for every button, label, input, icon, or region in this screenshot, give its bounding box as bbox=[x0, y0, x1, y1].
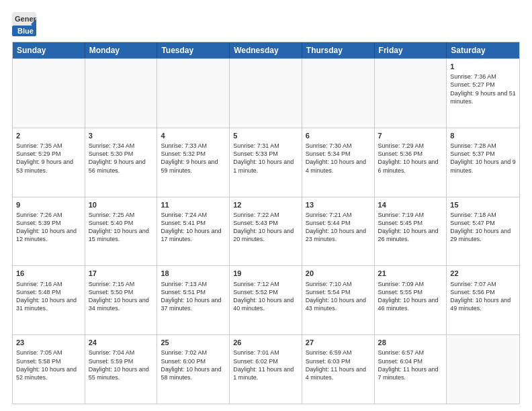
logo-icon: General Blue bbox=[12, 12, 36, 36]
calendar-cell: 3Sunrise: 7:34 AM Sunset: 5:30 PM Daylig… bbox=[85, 128, 158, 197]
day-number: 4 bbox=[161, 131, 226, 140]
calendar-cell: 23Sunrise: 7:05 AM Sunset: 5:58 PM Dayli… bbox=[13, 335, 85, 404]
day-info: Sunrise: 7:04 AM Sunset: 5:59 PM Dayligh… bbox=[89, 349, 154, 381]
calendar-cell: 18Sunrise: 7:13 AM Sunset: 5:51 PM Dayli… bbox=[157, 266, 230, 334]
day-number: 24 bbox=[89, 338, 154, 347]
day-info: Sunrise: 7:10 AM Sunset: 5:54 PM Dayligh… bbox=[306, 280, 371, 313]
calendar: SundayMondayTuesdayWednesdayThursdayFrid… bbox=[12, 42, 520, 404]
day-info: Sunrise: 7:13 AM Sunset: 5:51 PM Dayligh… bbox=[161, 280, 226, 313]
calendar-cell: 2Sunrise: 7:35 AM Sunset: 5:29 PM Daylig… bbox=[13, 128, 85, 197]
day-number: 20 bbox=[306, 269, 371, 278]
day-number: 3 bbox=[89, 131, 154, 140]
day-info: Sunrise: 7:01 AM Sunset: 6:02 PM Dayligh… bbox=[233, 349, 298, 381]
day-info: Sunrise: 7:35 AM Sunset: 5:29 PM Dayligh… bbox=[16, 142, 81, 175]
day-info: Sunrise: 7:15 AM Sunset: 5:50 PM Dayligh… bbox=[89, 280, 154, 313]
calendar-row: 9Sunrise: 7:26 AM Sunset: 5:39 PM Daylig… bbox=[13, 197, 519, 266]
day-info: Sunrise: 6:59 AM Sunset: 6:03 PM Dayligh… bbox=[306, 349, 371, 381]
calendar-cell: 1Sunrise: 7:36 AM Sunset: 5:27 PM Daylig… bbox=[447, 59, 519, 128]
day-number: 19 bbox=[233, 269, 298, 278]
day-info: Sunrise: 7:36 AM Sunset: 5:27 PM Dayligh… bbox=[450, 73, 516, 105]
calendar-cell bbox=[447, 335, 519, 404]
day-number: 10 bbox=[89, 200, 154, 210]
day-number: 22 bbox=[450, 269, 516, 278]
day-number: 5 bbox=[233, 131, 298, 140]
calendar-cell: 24Sunrise: 7:04 AM Sunset: 5:59 PM Dayli… bbox=[85, 335, 158, 404]
calendar-cell: 9Sunrise: 7:26 AM Sunset: 5:39 PM Daylig… bbox=[13, 197, 85, 266]
calendar-cell: 25Sunrise: 7:02 AM Sunset: 6:00 PM Dayli… bbox=[157, 335, 230, 404]
calendar-cell: 5Sunrise: 7:31 AM Sunset: 5:33 PM Daylig… bbox=[230, 128, 302, 197]
day-info: Sunrise: 7:12 AM Sunset: 5:52 PM Dayligh… bbox=[233, 280, 298, 313]
day-info: Sunrise: 7:29 AM Sunset: 5:36 PM Dayligh… bbox=[378, 142, 443, 175]
day-number: 27 bbox=[306, 338, 371, 347]
day-number: 16 bbox=[16, 269, 81, 278]
calendar-cell: 6Sunrise: 7:30 AM Sunset: 5:34 PM Daylig… bbox=[302, 128, 375, 197]
calendar-cell: 12Sunrise: 7:22 AM Sunset: 5:43 PM Dayli… bbox=[230, 197, 302, 266]
weekday-header: Sunday bbox=[13, 42, 85, 58]
calendar-cell: 14Sunrise: 7:19 AM Sunset: 5:45 PM Dayli… bbox=[375, 197, 447, 266]
day-info: Sunrise: 7:28 AM Sunset: 5:37 PM Dayligh… bbox=[450, 142, 516, 175]
day-number: 2 bbox=[16, 131, 81, 140]
day-number: 13 bbox=[306, 200, 371, 210]
calendar-row: 1Sunrise: 7:36 AM Sunset: 5:27 PM Daylig… bbox=[13, 58, 519, 128]
calendar-cell bbox=[375, 59, 447, 128]
page: General Blue SundayMondayTuesdayWednesda… bbox=[0, 0, 532, 411]
weekday-header: Thursday bbox=[302, 42, 375, 58]
weekday-header: Tuesday bbox=[157, 42, 230, 58]
calendar-cell: 15Sunrise: 7:18 AM Sunset: 5:47 PM Dayli… bbox=[447, 197, 519, 266]
svg-text:General: General bbox=[15, 15, 36, 23]
day-info: Sunrise: 7:24 AM Sunset: 5:41 PM Dayligh… bbox=[161, 211, 226, 244]
day-number: 11 bbox=[161, 200, 226, 210]
day-info: Sunrise: 7:30 AM Sunset: 5:34 PM Dayligh… bbox=[306, 142, 371, 175]
day-info: Sunrise: 7:07 AM Sunset: 5:56 PM Dayligh… bbox=[450, 280, 516, 313]
day-number: 26 bbox=[233, 338, 298, 347]
calendar-row: 2Sunrise: 7:35 AM Sunset: 5:29 PM Daylig… bbox=[13, 128, 519, 197]
calendar-cell: 27Sunrise: 6:59 AM Sunset: 6:03 PM Dayli… bbox=[302, 335, 375, 404]
calendar-cell bbox=[230, 59, 302, 128]
header: General Blue bbox=[12, 12, 520, 36]
day-info: Sunrise: 7:31 AM Sunset: 5:33 PM Dayligh… bbox=[233, 142, 298, 175]
day-number: 6 bbox=[306, 131, 371, 140]
calendar-cell: 8Sunrise: 7:28 AM Sunset: 5:37 PM Daylig… bbox=[447, 128, 519, 197]
day-number: 1 bbox=[450, 62, 516, 71]
calendar-cell: 20Sunrise: 7:10 AM Sunset: 5:54 PM Dayli… bbox=[302, 266, 375, 334]
day-info: Sunrise: 7:09 AM Sunset: 5:55 PM Dayligh… bbox=[378, 280, 443, 313]
day-info: Sunrise: 6:57 AM Sunset: 6:04 PM Dayligh… bbox=[378, 349, 443, 381]
calendar-cell: 11Sunrise: 7:24 AM Sunset: 5:41 PM Dayli… bbox=[157, 197, 230, 266]
day-info: Sunrise: 7:25 AM Sunset: 5:40 PM Dayligh… bbox=[89, 211, 154, 244]
day-number: 7 bbox=[378, 131, 443, 140]
day-info: Sunrise: 7:16 AM Sunset: 5:48 PM Dayligh… bbox=[16, 280, 81, 313]
weekday-header: Monday bbox=[85, 42, 158, 58]
day-info: Sunrise: 7:19 AM Sunset: 5:45 PM Dayligh… bbox=[378, 211, 443, 244]
calendar-cell: 26Sunrise: 7:01 AM Sunset: 6:02 PM Dayli… bbox=[230, 335, 302, 404]
day-number: 14 bbox=[378, 200, 443, 210]
day-info: Sunrise: 7:21 AM Sunset: 5:44 PM Dayligh… bbox=[306, 211, 371, 244]
calendar-cell bbox=[13, 59, 85, 128]
day-number: 15 bbox=[450, 200, 516, 210]
calendar-header: SundayMondayTuesdayWednesdayThursdayFrid… bbox=[13, 42, 519, 58]
day-info: Sunrise: 7:05 AM Sunset: 5:58 PM Dayligh… bbox=[16, 349, 81, 381]
weekday-header: Friday bbox=[375, 42, 447, 58]
calendar-cell: 19Sunrise: 7:12 AM Sunset: 5:52 PM Dayli… bbox=[230, 266, 302, 334]
calendar-cell: 22Sunrise: 7:07 AM Sunset: 5:56 PM Dayli… bbox=[447, 266, 519, 334]
day-info: Sunrise: 7:22 AM Sunset: 5:43 PM Dayligh… bbox=[233, 211, 298, 244]
day-info: Sunrise: 7:02 AM Sunset: 6:00 PM Dayligh… bbox=[161, 349, 226, 381]
day-number: 23 bbox=[16, 338, 81, 347]
weekday-header: Wednesday bbox=[230, 42, 302, 58]
day-info: Sunrise: 7:26 AM Sunset: 5:39 PM Dayligh… bbox=[16, 211, 81, 244]
calendar-cell: 21Sunrise: 7:09 AM Sunset: 5:55 PM Dayli… bbox=[375, 266, 447, 334]
calendar-cell bbox=[157, 59, 230, 128]
calendar-cell: 13Sunrise: 7:21 AM Sunset: 5:44 PM Dayli… bbox=[302, 197, 375, 266]
calendar-cell: 16Sunrise: 7:16 AM Sunset: 5:48 PM Dayli… bbox=[13, 266, 85, 334]
day-number: 28 bbox=[378, 338, 443, 347]
svg-text:Blue: Blue bbox=[17, 27, 34, 35]
day-number: 21 bbox=[378, 269, 443, 278]
day-number: 12 bbox=[233, 200, 298, 210]
calendar-cell: 7Sunrise: 7:29 AM Sunset: 5:36 PM Daylig… bbox=[375, 128, 447, 197]
calendar-cell: 10Sunrise: 7:25 AM Sunset: 5:40 PM Dayli… bbox=[85, 197, 158, 266]
calendar-row: 23Sunrise: 7:05 AM Sunset: 5:58 PM Dayli… bbox=[13, 334, 519, 404]
calendar-body: 1Sunrise: 7:36 AM Sunset: 5:27 PM Daylig… bbox=[13, 58, 519, 404]
day-number: 25 bbox=[161, 338, 226, 347]
calendar-cell bbox=[302, 59, 375, 128]
weekday-header: Saturday bbox=[447, 42, 519, 58]
day-number: 9 bbox=[16, 200, 81, 210]
